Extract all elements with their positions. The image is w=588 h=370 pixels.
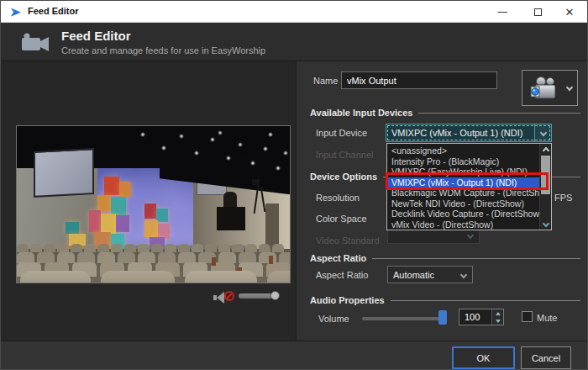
dropdown-option[interactable]: vMix Video - (DirectShow) bbox=[387, 219, 539, 230]
video-camera-icon bbox=[21, 31, 51, 54]
dialog-footer: OK Cancel bbox=[1, 341, 588, 370]
volume-spinner[interactable]: 100 bbox=[459, 309, 504, 325]
mute-checkbox[interactable] bbox=[522, 311, 533, 322]
dropdown-option[interactable]: VMIXPC (EasyWorship Live) (NDI) bbox=[387, 166, 539, 177]
dropdown-option[interactable]: Blackmagic WDM Capture - (DirectShow) bbox=[387, 188, 539, 198]
dialog-header: Feed Editor Create and manage feeds for … bbox=[1, 23, 588, 61]
name-input[interactable] bbox=[341, 71, 497, 89]
input-device-label: Input Device bbox=[316, 128, 367, 138]
maximize-button[interactable] bbox=[523, 1, 552, 23]
volume-value: 100 bbox=[459, 309, 491, 325]
close-icon: ✕ bbox=[565, 7, 575, 18]
scroll-down-button[interactable] bbox=[540, 219, 551, 230]
scroll-up-button[interactable] bbox=[540, 144, 551, 154]
chevron-down-icon bbox=[460, 271, 467, 278]
camera-source-button[interactable] bbox=[522, 70, 578, 106]
chevron-down-icon bbox=[539, 130, 546, 136]
volume-decrement-button[interactable] bbox=[492, 317, 503, 325]
aspect-ratio-select[interactable]: Automatic bbox=[387, 266, 473, 283]
name-label: Name bbox=[313, 76, 338, 86]
dropdown-scrollbar[interactable] bbox=[539, 144, 551, 230]
projection-screen bbox=[34, 148, 94, 198]
fps-label: FPS bbox=[554, 193, 572, 203]
dropdown-option[interactable]: NewTek NDI Video - (DirectShow) bbox=[387, 198, 539, 209]
volume-label: Volume bbox=[318, 314, 349, 324]
section-available-input-devices: Available Input Devices bbox=[310, 108, 580, 118]
color-space-label: Color Space bbox=[316, 214, 367, 224]
mute-label: Mute bbox=[537, 313, 557, 323]
resolution-label: Resolution bbox=[316, 193, 360, 203]
easyworship-app-icon bbox=[9, 6, 22, 18]
down-arrow-icon bbox=[496, 320, 501, 323]
dropdown-option[interactable]: Intensity Pro - (BlackMagic) bbox=[387, 156, 539, 167]
cancel-button[interactable]: Cancel bbox=[521, 346, 571, 369]
close-button[interactable]: ✕ bbox=[555, 1, 584, 23]
dropdown-option[interactable]: <unassigned> bbox=[387, 145, 539, 156]
volume-slider-thumb[interactable] bbox=[438, 310, 447, 325]
camera-operator-chair bbox=[223, 192, 237, 209]
feed-editor-dialog: Feed Editor ✕ Feed Editor Create and man… bbox=[0, 0, 588, 370]
dropdown-option-selected[interactable]: VMIXPC (vMix - Output 1) (NDI) bbox=[387, 177, 539, 188]
window-title: Feed Editor bbox=[28, 6, 79, 16]
ok-button[interactable]: OK bbox=[452, 346, 515, 369]
volume-increment-button[interactable] bbox=[492, 309, 503, 317]
camera-icon bbox=[528, 76, 562, 102]
input-channel-label: Input Channel bbox=[316, 150, 374, 160]
preview-panel bbox=[1, 61, 297, 341]
input-device-select[interactable]: VMIXPC (vMix - Output 1) (NDI) bbox=[386, 124, 552, 142]
input-device-dropdown-list: <unassigned> Intensity Pro - (BlackMagic… bbox=[386, 143, 552, 230]
up-arrow-icon bbox=[496, 312, 501, 315]
camera-button-chevron-icon bbox=[566, 84, 573, 91]
section-aspect-ratio: Aspect Ratio bbox=[310, 253, 580, 263]
section-audio-properties: Audio Properties bbox=[310, 295, 580, 305]
volume-slider[interactable] bbox=[362, 317, 446, 320]
dialog-subtitle: Create and manage feeds for use in EasyW… bbox=[61, 45, 265, 56]
mute-slash-icon[interactable] bbox=[224, 291, 234, 301]
aspect-ratio-label: Aspect Ratio bbox=[316, 270, 368, 280]
minimize-button[interactable] bbox=[488, 1, 517, 23]
settings-panel: Name Available Input Devices Input Devic… bbox=[297, 61, 588, 341]
chevron-down-icon bbox=[467, 232, 474, 239]
input-device-dropdown-button[interactable] bbox=[534, 124, 551, 141]
dialog-title: Feed Editor bbox=[61, 29, 131, 43]
chevron-down-icon bbox=[542, 220, 549, 227]
camera-platform bbox=[217, 207, 245, 230]
titlebar[interactable]: Feed Editor ✕ bbox=[1, 1, 588, 23]
scrollbar-thumb[interactable] bbox=[541, 156, 550, 194]
minimize-icon bbox=[498, 12, 507, 13]
dropdown-option[interactable]: Decklink Video Capture - (DirectShow) bbox=[387, 209, 539, 219]
chevron-up-icon bbox=[542, 146, 549, 153]
preview-volume-thumb[interactable] bbox=[270, 291, 280, 300]
video-standard-label: Video Standard bbox=[316, 235, 380, 246]
video-preview bbox=[16, 125, 291, 283]
maximize-icon bbox=[534, 8, 542, 16]
